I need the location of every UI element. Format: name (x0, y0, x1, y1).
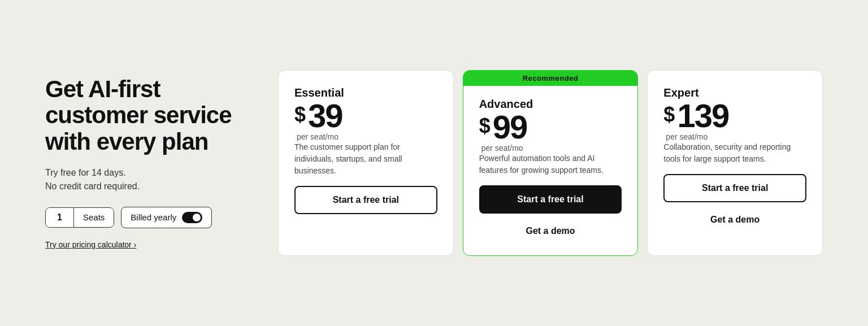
card-essential: Essential $ 39 per seat/mo The customer … (278, 70, 454, 256)
card-expert-price: $ 139 (663, 99, 806, 132)
advanced-trial-button[interactable]: Start a free trial (479, 185, 622, 214)
price-dollar-expert: $ (663, 103, 675, 127)
pricing-cards-section: Essential $ 39 per seat/mo The customer … (278, 70, 823, 256)
subtitle-line1: Try free for 14 days. (45, 168, 126, 177)
advanced-demo-link[interactable]: Get a demo (479, 223, 622, 240)
toggle-switch-icon[interactable] (182, 212, 202, 223)
price-dollar-essential: $ (294, 103, 306, 127)
price-amount-advanced: 99 (493, 111, 527, 144)
card-essential-description: The customer support plan for individual… (294, 141, 437, 177)
price-period-expert: per seat/mo (666, 132, 806, 141)
subtitle-line2: No credit card required. (45, 181, 140, 191)
billing-label: Billed yearly (131, 212, 176, 222)
left-panel: Get AI-first customer service with every… (45, 76, 260, 250)
card-expert-description: Collaboration, security and reporting to… (663, 141, 806, 165)
card-advanced-content: Advanced $ 99 per seat/mo Powerful autom… (479, 98, 622, 176)
card-essential-price: $ 39 (294, 99, 437, 132)
seats-control[interactable]: 1 Seats (45, 207, 114, 228)
subtitle: Try free for 14 days. No credit card req… (45, 166, 249, 193)
recommended-badge: Recommended (463, 71, 638, 86)
expert-trial-button[interactable]: Start a free trial (663, 174, 806, 202)
main-heading: Get AI-first customer service with every… (45, 76, 249, 155)
expert-demo-link[interactable]: Get a demo (663, 211, 806, 228)
billing-toggle[interactable]: Billed yearly (121, 207, 212, 228)
card-expert-content: Expert $ 139 per seat/mo Collaboration, … (663, 86, 806, 165)
price-period-essential: per seat/mo (297, 132, 437, 141)
pricing-calculator-link[interactable]: Try our pricing calculator (45, 240, 136, 249)
essential-trial-button[interactable]: Start a free trial (294, 186, 437, 214)
price-period-advanced: per seat/mo (481, 144, 622, 153)
price-amount-expert: 139 (677, 99, 728, 132)
seats-label: Seats (74, 208, 114, 227)
price-amount-essential: 39 (308, 99, 342, 132)
card-essential-content: Essential $ 39 per seat/mo The customer … (294, 86, 437, 177)
price-dollar-advanced: $ (479, 114, 491, 138)
card-advanced: Recommended Advanced $ 99 per seat/mo Po… (463, 70, 639, 256)
card-advanced-description: Powerful automation tools and AI feature… (479, 153, 622, 176)
controls-row: 1 Seats Billed yearly (45, 207, 249, 228)
card-advanced-price: $ 99 (479, 111, 622, 144)
seats-number[interactable]: 1 (46, 208, 74, 227)
page-container: Get AI-first customer service with every… (0, 47, 868, 279)
card-expert: Expert $ 139 per seat/mo Collaboration, … (647, 70, 823, 256)
